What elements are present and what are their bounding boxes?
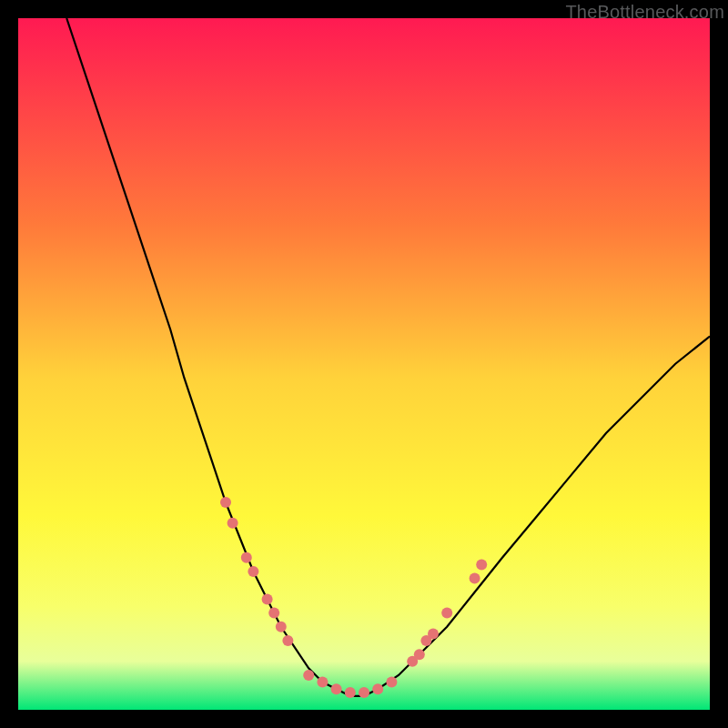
attribution-text: TheBottleneck.com xyxy=(565,2,724,23)
data-marker xyxy=(359,687,369,698)
data-marker xyxy=(345,687,356,698)
data-marker xyxy=(268,608,279,619)
gradient-background xyxy=(18,18,710,710)
data-marker xyxy=(303,670,314,681)
data-marker xyxy=(386,677,397,688)
data-marker xyxy=(476,559,487,570)
data-marker xyxy=(282,635,293,646)
data-marker xyxy=(428,628,439,639)
data-marker xyxy=(276,622,287,632)
bottleneck-chart xyxy=(18,18,710,710)
data-marker xyxy=(241,552,252,563)
data-marker xyxy=(470,573,480,584)
data-marker xyxy=(331,683,342,694)
data-marker xyxy=(262,593,273,604)
data-marker xyxy=(248,566,258,577)
data-marker xyxy=(220,497,231,508)
chart-frame xyxy=(18,18,710,710)
data-marker xyxy=(414,649,425,660)
data-marker xyxy=(441,608,452,619)
data-marker xyxy=(372,683,383,694)
data-marker xyxy=(317,677,328,688)
data-marker xyxy=(228,518,238,529)
